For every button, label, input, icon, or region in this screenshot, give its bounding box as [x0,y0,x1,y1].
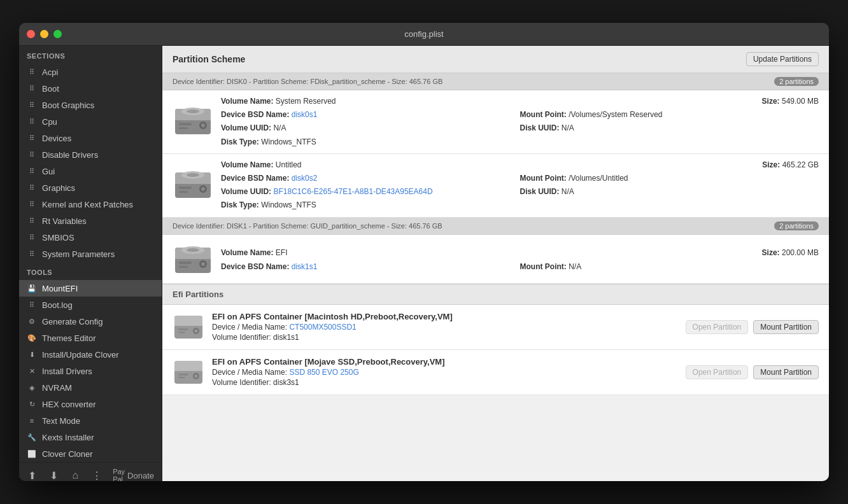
sidebar-item-disable-drivers[interactable]: ⠿ Disable Drivers [19,146,162,163]
partition-scheme-title: Partition Scheme [173,54,245,64]
sidebar-item-boot-log[interactable]: ⠿ Boot.log [19,297,162,313]
import-icon[interactable]: ⬇ [48,468,60,481]
sidebar-item-hex-converter[interactable]: ↻ HEX converter [19,396,162,412]
sidebar-item-clover-cloner[interactable]: ⬜ Clover Cloner [19,445,162,462]
list-icon: ⠿ [27,232,37,242]
partition-details: Volume Name: EFI Size: 200.00 MB Device … [221,247,819,272]
svg-rect-14 [179,186,192,189]
sidebar-item-label: Generate Config [42,317,102,326]
maximize-button[interactable] [53,30,62,38]
disk-uuid-label: Disk UUID: [520,123,562,132]
sidebar-item-label: Install Drivers [42,367,92,376]
svg-rect-5 [179,123,192,125]
sidebar-item-mount-efi[interactable]: 💾 MountEFI [19,280,162,297]
sidebar-item-text-mode[interactable]: ≡ Text Mode [19,412,162,429]
sidebar-item-boot-graphics[interactable]: ⠿ Boot Graphics [19,97,162,113]
svg-point-8 [187,109,199,113]
partition-details: Volume Name: System Reserved Size: 549.0… [221,95,819,148]
sidebar-item-themes-editor[interactable]: 🎨 Themes Editor [19,330,162,346]
sidebar-item-kexts-installer[interactable]: 🔧 Kexts Installer [19,429,162,445]
sidebar-item-system-parameters[interactable]: ⠿ System Parameters [19,246,162,262]
sidebar-item-label: Text Mode [42,416,80,426]
svg-rect-36 [174,367,202,371]
sidebar-item-label: Boot.log [42,300,73,310]
table-row: Volume Name: Untitled Size: 465.22 GB De… [162,154,829,218]
svg-rect-6 [179,127,188,129]
panel-body: Device Identifier: DISK0 - Partition Sch… [162,73,829,481]
sidebar-item-generate-config[interactable]: ⚙ Generate Config [19,313,162,330]
close-button[interactable] [27,30,35,38]
sidebar-item-label: Acpi [42,67,58,77]
efi-item-details: EFI on APFS Container [Macintosh HD,Preb… [212,312,678,342]
donate-button[interactable]: PayPal Donate [113,468,154,481]
efi-actions: Open Partition Mount Partition [686,365,819,379]
traffic-lights [27,30,62,38]
minimize-button[interactable] [40,30,48,38]
mount-point-value: /Volumes/Untitled [569,174,628,183]
sidebar-item-acpi[interactable]: ⠿ Acpi [19,64,162,80]
sidebar-item-label: Themes Editor [42,333,96,343]
svg-rect-23 [179,262,192,264]
sidebar-item-label: System Parameters [42,249,115,259]
vol-uuid-label: Volume UUID: [221,187,273,196]
list-icon: ⠿ [27,116,37,127]
efi-device-media: Device / Media Name: SSD 850 EVO 250G [212,368,678,377]
home-icon[interactable]: ⌂ [70,468,81,481]
dev-bsd-value: disk0s2 [292,174,318,183]
list-icon: ⠿ [27,100,37,110]
disk-type-label: Disk Type: [221,137,261,146]
sidebar-item-smbios[interactable]: ⠿ SMBIOS [19,229,162,246]
vol-name-value: EFI [276,248,288,257]
sidebar-item-graphics[interactable]: ⠿ Graphics [19,179,162,196]
svg-rect-32 [178,328,188,330]
device-media-label: Device / Media Name: [212,368,289,377]
tools-header: TOOLS [19,262,162,280]
sidebar-item-install-update-clover[interactable]: ⬇ Install/Update Clover [19,346,162,363]
sidebar-item-install-drivers[interactable]: ✕ Install Drivers [19,363,162,379]
vol-name-label: Volume Name: [221,160,276,169]
svg-rect-11 [175,180,211,184]
efi-actions: Open Partition Mount Partition [686,320,819,334]
tool-icon: 🔧 [27,432,37,442]
vol-name-value: Untitled [276,160,302,169]
mount-partition-button-1[interactable]: Mount Partition [753,320,819,334]
sidebar-item-label: Kernel and Kext Patches [42,200,133,209]
update-partitions-button[interactable]: Update Partitions [746,52,819,66]
sidebar-item-cpu[interactable]: ⠿ Cpu [19,113,162,130]
share-icon[interactable]: ⋮ [91,468,102,481]
open-partition-button-2[interactable]: Open Partition [686,365,749,379]
mount-partition-button-2[interactable]: Mount Partition [753,365,819,379]
export-icon[interactable]: ⬆ [27,468,38,481]
dev-bsd-label: Device BSD Name: [221,174,292,183]
sidebar-item-kernel-kext[interactable]: ⠿ Kernel and Kext Patches [19,196,162,213]
list-icon: ⠿ [27,199,37,209]
volume-id-value: disk3s1 [273,378,299,387]
size-value: 465.22 GB [782,160,819,169]
sidebar-item-rt-variables[interactable]: ⠿ Rt Variables [19,213,162,229]
paypal-icon: PayPal [113,468,125,481]
device-media-value: SSD 850 EVO 250G [289,368,358,377]
sidebar-item-label: NVRAM [42,383,72,393]
sidebar-item-label: SMBIOS [42,233,74,242]
vol-name-label: Volume Name: [221,248,276,257]
open-partition-button-1[interactable]: Open Partition [686,320,749,334]
main-panel: Partition Scheme Update Partitions Devic… [162,46,829,481]
svg-rect-39 [178,374,188,375]
mount-point-label: Mount Point: [520,174,569,183]
efi-disk-icon [173,356,204,388]
sidebar-item-label: Disable Drivers [42,150,98,160]
list-icon: ⠿ [27,166,37,176]
sidebar-item-devices[interactable]: ⠿ Devices [19,130,162,146]
sidebar-item-gui[interactable]: ⠿ Gui [19,163,162,179]
sidebar-item-boot[interactable]: ⠿ Boot [19,80,162,97]
volume-id-label: Volume Identifier: [212,333,273,342]
efi-partitions-header: Efi Partitions [162,284,829,305]
sidebar-item-nvram[interactable]: ◈ NVRAM [19,379,162,396]
vol-name-value: System Reserved [276,97,336,106]
mount-point-label: Mount Point: [520,110,569,119]
svg-rect-24 [179,266,188,268]
svg-point-26 [187,248,199,252]
dev-bsd-label: Device BSD Name: [221,110,292,119]
dev-bsd-value: disk0s1 [292,110,318,119]
sidebar-item-label: HEX converter [42,400,96,409]
